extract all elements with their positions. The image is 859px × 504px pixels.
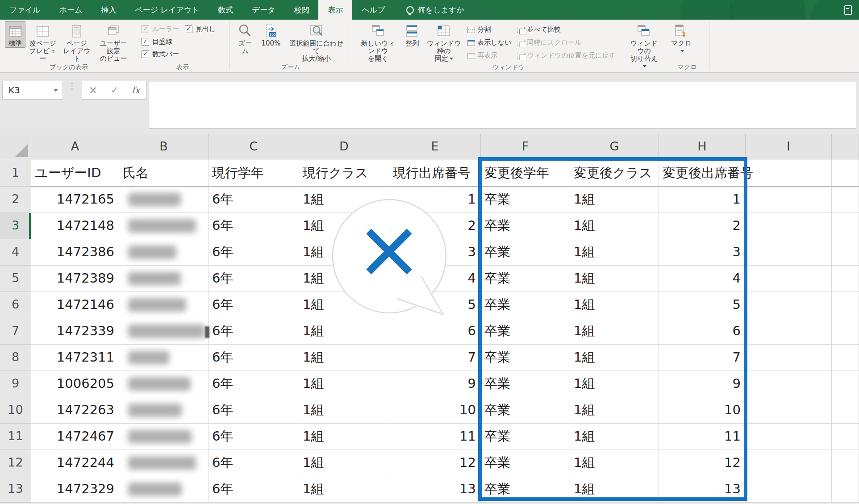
cell-H7[interactable]: 6 — [659, 318, 746, 345]
cell-H1[interactable]: 変更後出席番号 — [659, 160, 746, 187]
cell-J3[interactable] — [832, 213, 859, 239]
cell-B5[interactable] — [119, 266, 208, 292]
cell-I12[interactable] — [746, 450, 832, 476]
cell-C1[interactable]: 現行学年 — [208, 160, 299, 187]
cell-I3[interactable] — [746, 213, 832, 239]
cell-F6[interactable]: 卒業 — [481, 292, 570, 318]
cell-B2[interactable] — [119, 187, 208, 213]
insert-function-icon[interactable]: fx — [132, 85, 140, 96]
cell-C8[interactable]: 6年 — [208, 345, 299, 371]
row-header-6[interactable]: 6 — [0, 292, 31, 318]
tab-view[interactable]: 表示 — [318, 0, 352, 20]
cell-B10[interactable] — [119, 397, 208, 424]
cell-D1[interactable]: 現行クラス — [299, 160, 389, 187]
zoom-to-selection-button[interactable]: 選択範囲に合わせて 拡大/縮小 — [284, 21, 349, 63]
cell-J13[interactable] — [832, 476, 859, 503]
cell-A6[interactable]: 1472146 — [31, 292, 119, 318]
cell-D9[interactable]: 1組 — [299, 371, 389, 397]
cell-E8[interactable]: 7 — [389, 345, 481, 371]
tab-help[interactable]: ヘルプ — [352, 0, 394, 20]
cell-E2[interactable]: 1 — [389, 187, 481, 213]
zoom-button[interactable]: ズーム — [233, 21, 258, 55]
cell-J12[interactable] — [832, 450, 859, 476]
cell-G1[interactable]: 変更後クラス — [570, 160, 659, 187]
cell-H5[interactable]: 4 — [659, 266, 746, 292]
cell-D3[interactable]: 1組 — [299, 213, 389, 239]
cell-D10[interactable]: 1組 — [299, 397, 389, 424]
cell-H12[interactable]: 12 — [659, 450, 746, 476]
custom-views-button[interactable]: ユーザー設定 のビュー — [94, 21, 133, 63]
note-icon[interactable] — [844, 5, 852, 15]
cell-G11[interactable]: 1組 — [570, 424, 659, 450]
cell-J11[interactable] — [832, 424, 859, 450]
ruler-checkbox[interactable]: ✓ ルーラー — [142, 23, 179, 35]
cell-G13[interactable]: 1組 — [570, 476, 659, 503]
tab-data[interactable]: データ — [243, 0, 285, 20]
cell-H6[interactable]: 5 — [659, 292, 746, 318]
tab-page-layout[interactable]: ページ レイアウト — [125, 0, 208, 20]
cell-H10[interactable]: 10 — [659, 397, 746, 424]
macros-button[interactable]: マクロ — [668, 21, 694, 55]
cell-J4[interactable] — [832, 239, 859, 266]
cell-J2[interactable] — [832, 187, 859, 213]
cell-E11[interactable]: 11 — [389, 424, 481, 450]
cell-J9[interactable] — [832, 371, 859, 397]
cell-B13[interactable] — [119, 476, 208, 503]
row-header-7[interactable]: 7 — [0, 318, 31, 345]
cell-C10[interactable]: 6年 — [208, 397, 299, 424]
cell-I6[interactable] — [746, 292, 832, 318]
zoom-100-button[interactable]: 100 100% — [259, 21, 283, 48]
cell-E9[interactable]: 9 — [389, 371, 481, 397]
tab-home[interactable]: ホーム — [50, 0, 92, 20]
tab-formulas[interactable]: 数式 — [209, 0, 243, 20]
cell-E10[interactable]: 10 — [389, 397, 481, 424]
cell-D6[interactable]: 1組 — [299, 292, 389, 318]
row-header-5[interactable]: 5 — [0, 266, 31, 292]
cell-A13[interactable]: 1472329 — [31, 476, 119, 503]
cell-I7[interactable] — [746, 318, 832, 345]
cell-B4[interactable] — [119, 239, 208, 266]
row-header-10[interactable]: 10 — [0, 397, 31, 424]
headings-checkbox[interactable]: ✓ 見出し — [185, 23, 216, 35]
row-header-8[interactable]: 8 — [0, 345, 31, 371]
cell-A4[interactable]: 1472386 — [31, 239, 119, 266]
cell-J6[interactable] — [832, 292, 859, 318]
column-header-E[interactable]: E — [389, 134, 481, 160]
tab-file[interactable]: ファイル — [0, 0, 50, 20]
cell-D2[interactable]: 1組 — [299, 187, 389, 213]
cell-A8[interactable]: 1472311 — [31, 345, 119, 371]
cell-C13[interactable]: 6年 — [208, 476, 299, 503]
new-window-button[interactable]: 新しいウィンドウ を開く — [355, 21, 400, 63]
cell-G12[interactable]: 1組 — [570, 450, 659, 476]
cell-H2[interactable]: 1 — [659, 187, 746, 213]
cell-B1[interactable]: 氏名 — [119, 160, 208, 187]
page-break-preview-button[interactable]: 改ページ プレビュー — [26, 21, 59, 63]
cell-D13[interactable]: 1組 — [299, 476, 389, 503]
cell-F7[interactable]: 卒業 — [481, 318, 570, 345]
cell-C4[interactable]: 6年 — [208, 239, 299, 266]
cell-E4[interactable]: 3 — [389, 239, 481, 266]
cell-B12[interactable] — [119, 450, 208, 476]
cell-D7[interactable]: 1組 — [299, 318, 389, 345]
cell-A11[interactable]: 1472467 — [31, 424, 119, 450]
cancel-icon[interactable]: × — [89, 84, 98, 96]
select-all-corner[interactable] — [0, 134, 31, 160]
cell-G10[interactable]: 1組 — [570, 397, 659, 424]
cell-C9[interactable]: 6年 — [208, 371, 299, 397]
row-header-2[interactable]: 2 — [0, 187, 31, 213]
cell-G2[interactable]: 1組 — [570, 187, 659, 213]
split-button[interactable]: 分割 — [467, 24, 512, 35]
cell-J1[interactable] — [832, 160, 859, 187]
cell-H11[interactable]: 11 — [659, 424, 746, 450]
view-side-by-side-button[interactable]: 並べて比較 — [517, 24, 616, 35]
cell-D4[interactable]: 1組 — [299, 239, 389, 266]
freeze-panes-button[interactable]: ウィンドウ枠の 固定 — [424, 21, 464, 63]
cell-I5[interactable] — [746, 266, 832, 292]
cell-F8[interactable]: 卒業 — [481, 345, 570, 371]
cell-E3[interactable]: 2 — [389, 213, 481, 239]
arrange-all-button[interactable]: 整列 — [401, 21, 423, 48]
cell-F13[interactable]: 卒業 — [481, 476, 570, 503]
page-layout-view-button[interactable]: ページ レイアウト — [60, 21, 93, 63]
cell-A1[interactable]: ユーザーID — [31, 160, 119, 187]
cell-C12[interactable]: 6年 — [208, 450, 299, 476]
